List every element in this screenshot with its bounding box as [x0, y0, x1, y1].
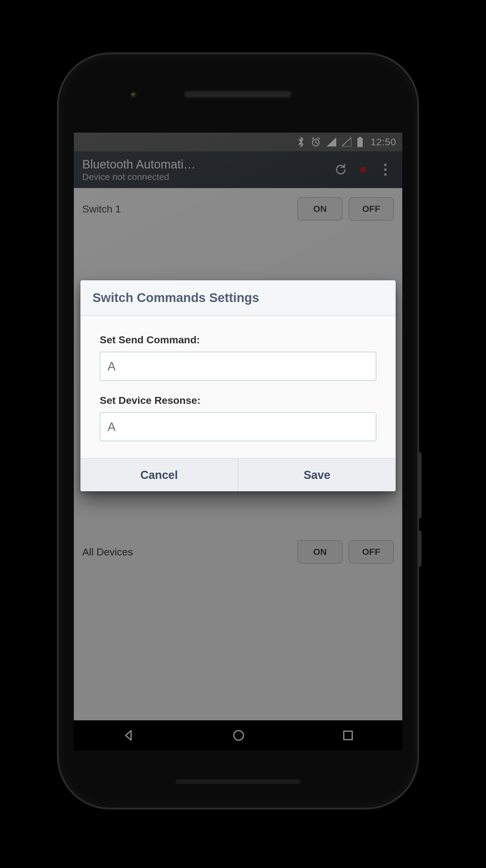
phone-frame: 12:50 Bluetooth Automati… Device not con…: [59, 54, 417, 808]
send-command-field: Set Send Command:: [100, 334, 376, 381]
dialog-title: Switch Commands Settings: [80, 280, 396, 316]
stage: 12:50 Bluetooth Automati… Device not con…: [0, 0, 486, 868]
side-button: [417, 530, 422, 567]
front-camera: [131, 92, 136, 98]
send-command-label: Set Send Command:: [100, 334, 376, 346]
switch-commands-dialog: Switch Commands Settings Set Send Comman…: [80, 280, 396, 491]
device-response-field: Set Device Resonse:: [100, 395, 376, 441]
dialog-actions: Cancel Save: [80, 458, 396, 491]
cancel-button[interactable]: Cancel: [80, 459, 238, 491]
dialog-body: Set Send Command: Set Device Resonse:: [80, 316, 396, 458]
earpiece: [184, 90, 292, 98]
screen: 12:50 Bluetooth Automati… Device not con…: [74, 133, 402, 750]
device-response-label: Set Device Resonse:: [100, 395, 376, 406]
bottom-speaker: [175, 779, 301, 784]
side-button: [417, 452, 422, 518]
send-command-input[interactable]: [100, 352, 376, 381]
device-response-input[interactable]: [100, 412, 376, 441]
save-button[interactable]: Save: [238, 459, 396, 491]
